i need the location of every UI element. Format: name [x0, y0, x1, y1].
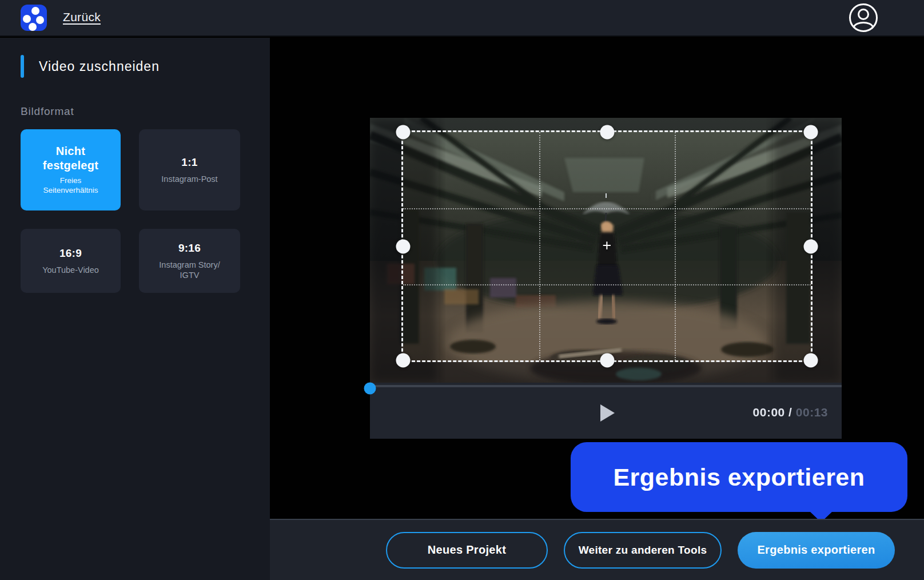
timeline-playhead[interactable] — [364, 383, 376, 395]
video-frame: + — [370, 118, 842, 383]
thirds-gridline-horizontal — [403, 208, 811, 209]
export-tooltip-label: Ergebnis exportieren — [613, 463, 865, 491]
crop-region[interactable]: + — [401, 130, 813, 362]
thirds-gridline-vertical — [539, 132, 540, 360]
other-tools-button[interactable]: Weiter zu anderen Tools — [564, 532, 722, 569]
thirds-gridline-horizontal — [403, 284, 811, 285]
time-display: 00:00 / 00:13 — [753, 406, 828, 419]
aspect-card-16-9[interactable]: 16:9 YouTube-Video — [21, 229, 121, 293]
user-avatar-icon[interactable] — [849, 3, 878, 33]
aspect-card-title: Nicht festgelegt — [43, 144, 98, 173]
aspect-card-subtitle: Instagram-Post — [161, 174, 217, 184]
back-link[interactable]: Zurück — [63, 10, 101, 24]
logo-dot — [29, 23, 37, 31]
aspect-card-title: 1:1 — [181, 156, 197, 169]
crop-handle-middle-left[interactable] — [396, 239, 411, 253]
app-window: Zurück Video zuschneiden Bildformat Nich… — [0, 0, 924, 580]
crop-handle-bottom-left[interactable] — [396, 353, 411, 368]
page-title: Video zuschneiden — [39, 59, 160, 74]
new-project-button[interactable]: Neues Projekt — [386, 532, 548, 569]
crop-handle-top-left[interactable] — [396, 125, 411, 140]
current-time: 00:00 — [753, 406, 785, 419]
video-player: + 00:00 / 00:13 — [370, 118, 842, 439]
crop-handle-bottom-middle[interactable] — [600, 353, 614, 368]
aspect-ratio-grid: Nicht festgelegt Freies Seitenverhältnis… — [21, 129, 240, 293]
aspect-section-label: Bildformat — [21, 105, 74, 118]
play-button[interactable] — [600, 404, 615, 422]
aspect-card-free[interactable]: Nicht festgelegt Freies Seitenverhältnis — [21, 129, 121, 210]
aspect-card-subtitle: Instagram Story/ IGTV — [159, 260, 220, 280]
player-controls: 00:00 / 00:13 — [370, 383, 842, 439]
logo-dot — [31, 7, 39, 15]
logo-dot — [36, 16, 44, 24]
aspect-card-title: 16:9 — [59, 247, 82, 260]
aspect-card-1-1[interactable]: 1:1 Instagram-Post — [139, 129, 240, 210]
aspect-card-subtitle: YouTube-Video — [42, 265, 99, 275]
crop-handle-middle-right[interactable] — [804, 239, 818, 253]
time-separator: / — [785, 406, 796, 419]
footer-action-bar: Neues Projekt Weiter zu anderen Tools Er… — [270, 519, 924, 580]
timeline-track[interactable] — [370, 385, 842, 387]
aspect-card-subtitle: Freies Seitenverhältnis — [43, 176, 98, 196]
logo-dot — [23, 15, 31, 23]
crop-handle-top-right[interactable] — [804, 125, 818, 140]
export-tooltip: Ergebnis exportieren — [571, 442, 907, 512]
title-accent-bar — [21, 55, 24, 78]
duration: 00:13 — [796, 406, 828, 419]
app-logo-icon[interactable] — [21, 5, 47, 31]
crop-handle-bottom-right[interactable] — [804, 353, 818, 368]
top-bar: Zurück — [0, 0, 924, 37]
plus-crosshair-icon: + — [603, 237, 612, 255]
thirds-gridline-vertical — [675, 132, 676, 360]
export-result-button[interactable]: Ergebnis exportieren — [738, 532, 895, 569]
sidebar: Video zuschneiden Bildformat Nicht festg… — [0, 38, 270, 580]
crop-handle-top-middle[interactable] — [600, 125, 614, 140]
aspect-card-title: 9:16 — [178, 241, 201, 255]
aspect-card-9-16[interactable]: 9:16 Instagram Story/ IGTV — [139, 229, 240, 293]
